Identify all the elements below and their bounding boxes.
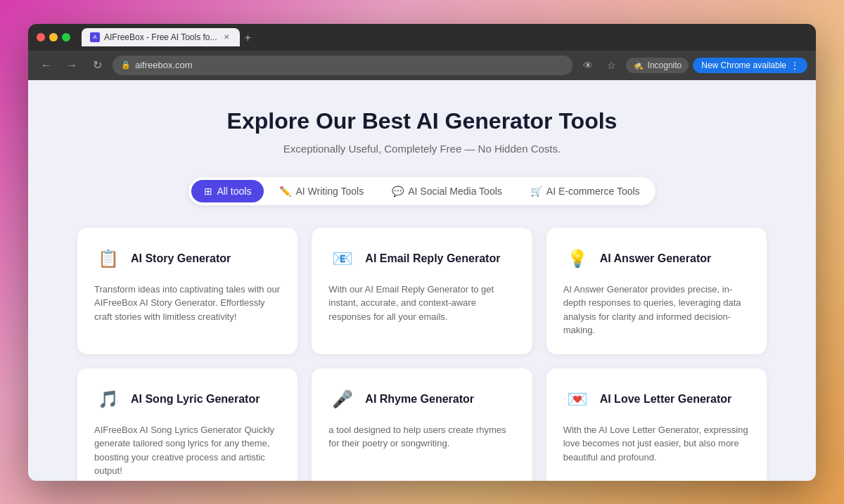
browser-window: A AIFreeBox - Free AI Tools fo... ✕ + ← … [28, 24, 816, 481]
filter-icon-writing: ✏️ [279, 186, 291, 197]
tab-bar: A AIFreeBox - Free AI Tools fo... ✕ + [82, 28, 807, 46]
card-header-5: 💌 AI Love Letter Generator [563, 385, 750, 413]
card-icon-0: 📋 [94, 245, 122, 273]
tab-favicon: A [90, 32, 100, 42]
filter-bar: ⊞All tools✏️AI Writing Tools💬AI Social M… [188, 177, 655, 205]
tab-title: AIFreeBox - Free AI Tools fo... [104, 32, 217, 42]
card-icon-2: 💡 [563, 245, 592, 273]
close-button[interactable] [37, 33, 45, 41]
refresh-button[interactable]: ↻ [87, 56, 107, 75]
card-header-1: 📧 AI Email Reply Generator [328, 245, 515, 273]
card-title-0: AI Story Generator [131, 252, 231, 265]
card-desc-4: a tool designed to help users create rhy… [328, 423, 515, 451]
filter-icon-ecommerce: 🛒 [530, 186, 542, 197]
filter-icon-all: ⊞ [204, 186, 212, 197]
card-desc-1: With our AI Email Reply Generator to get… [328, 283, 515, 324]
card-title-3: AI Song Lyric Generator [131, 393, 260, 406]
refresh-icon: ↻ [93, 58, 102, 72]
filter-tab-all[interactable]: ⊞All tools [191, 180, 264, 202]
card-desc-0: Transform ideas into captivating tales w… [94, 283, 281, 324]
back-icon: ← [41, 59, 52, 72]
browser-titlebar: A AIFreeBox - Free AI Tools fo... ✕ + [28, 24, 816, 51]
card-icon-3: 🎵 [94, 385, 122, 413]
page-subtitle: Exceptionally Useful, Completely Free — … [283, 143, 561, 155]
forward-icon: → [66, 59, 77, 72]
card-title-2: AI Answer Generator [600, 252, 712, 265]
back-button[interactable]: ← [37, 56, 56, 75]
new-tab-button[interactable]: + [240, 30, 257, 46]
bookmark-icon[interactable]: ☆ [602, 56, 622, 75]
card-desc-5: With the AI Love Letter Generator, expre… [563, 423, 750, 465]
card-5[interactable]: 💌 AI Love Letter Generator With the AI L… [546, 368, 767, 481]
tab-close-button[interactable]: ✕ [222, 32, 231, 42]
new-chrome-button[interactable]: New Chrome available ⋮ [693, 58, 807, 73]
card-title-5: AI Love Letter Generator [600, 393, 732, 406]
card-3[interactable]: 🎵 AI Song Lyric Generator AIFreeBox AI S… [77, 368, 298, 481]
card-header-3: 🎵 AI Song Lyric Generator [94, 385, 281, 413]
card-header-2: 💡 AI Answer Generator [563, 245, 750, 273]
address-text: aifreebox.com [135, 60, 193, 70]
filter-tab-ecommerce[interactable]: 🛒AI E-commerce Tools [518, 180, 653, 202]
card-4[interactable]: 🎤 AI Rhyme Generator a tool designed to … [312, 368, 532, 481]
forward-button[interactable]: → [62, 56, 82, 75]
page-content: Explore Our Best AI Generator Tools Exce… [28, 80, 816, 481]
new-chrome-menu-icon: ⋮ [791, 60, 799, 70]
maximize-button[interactable] [62, 33, 70, 41]
address-bar[interactable]: 🔒 aifreebox.com [113, 56, 573, 75]
cards-grid: 📋 AI Story Generator Transform ideas int… [77, 228, 767, 481]
card-2[interactable]: 💡 AI Answer Generator AI Answer Generato… [546, 228, 767, 354]
filter-label-writing: AI Writing Tools [295, 186, 364, 197]
eyeoff-icon[interactable]: 👁 [578, 56, 598, 75]
filter-label-all: All tools [217, 186, 251, 197]
toolbar-actions: 👁 ☆ 🕵 Incognito New Chrome available ⋮ [578, 56, 807, 75]
card-1[interactable]: 📧 AI Email Reply Generator With our AI E… [312, 228, 532, 354]
card-0[interactable]: 📋 AI Story Generator Transform ideas int… [77, 228, 298, 354]
card-header-4: 🎤 AI Rhyme Generator [328, 385, 515, 413]
filter-label-social: AI Social Media Tools [408, 186, 502, 197]
traffic-lights [37, 33, 70, 41]
filter-tab-social[interactable]: 💬AI Social Media Tools [379, 180, 515, 202]
incognito-label: Incognito [648, 60, 682, 70]
new-chrome-label: New Chrome available [701, 60, 786, 70]
incognito-icon: 🕵 [633, 60, 644, 70]
filter-label-ecommerce: AI E-commerce Tools [546, 186, 640, 197]
card-title-4: AI Rhyme Generator [365, 393, 474, 406]
filter-icon-social: 💬 [392, 186, 404, 197]
card-desc-3: AIFreeBox AI Song Lyrics Generator Quick… [94, 423, 281, 478]
card-desc-2: AI Answer Generator provides precise, in… [563, 283, 750, 337]
incognito-button[interactable]: 🕵 Incognito [626, 58, 689, 73]
card-icon-1: 📧 [328, 245, 357, 273]
card-title-1: AI Email Reply Generator [365, 252, 500, 265]
card-header-0: 📋 AI Story Generator [94, 245, 281, 273]
browser-toolbar: ← → ↻ 🔒 aifreebox.com 👁 ☆ 🕵 Incognito Ne… [28, 51, 816, 80]
filter-tab-writing[interactable]: ✏️AI Writing Tools [267, 180, 376, 202]
active-tab[interactable]: A AIFreeBox - Free AI Tools fo... ✕ [82, 28, 240, 46]
lock-icon: 🔒 [121, 60, 131, 70]
card-icon-5: 💌 [563, 385, 592, 413]
card-icon-4: 🎤 [328, 385, 357, 413]
page-title: Explore Our Best AI Generator Tools [227, 108, 618, 134]
minimize-button[interactable] [49, 33, 58, 41]
